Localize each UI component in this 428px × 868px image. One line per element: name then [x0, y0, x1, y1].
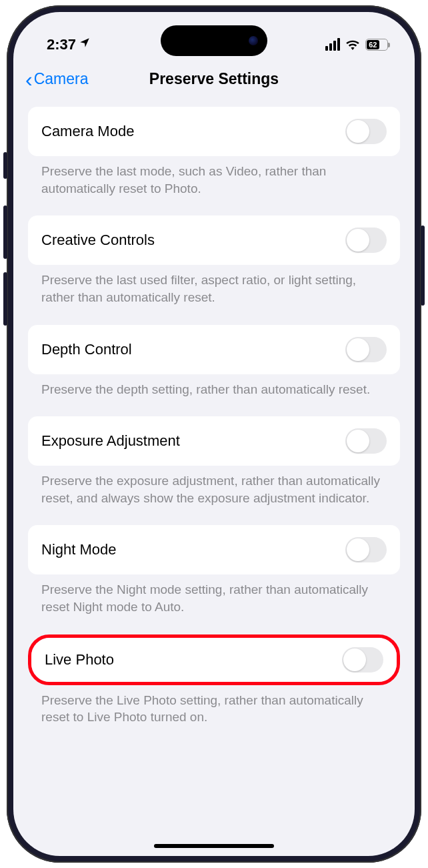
- home-indicator[interactable]: [154, 844, 274, 848]
- back-button[interactable]: ‹ Camera: [25, 70, 88, 88]
- status-left: 2:37: [47, 36, 91, 53]
- live-photo-row[interactable]: Live Photo: [31, 638, 397, 682]
- volume-down-button: [3, 272, 7, 326]
- highlight-annotation: Live Photo: [28, 634, 400, 685]
- back-label: Camera: [34, 70, 89, 88]
- side-button: [3, 152, 7, 179]
- battery-icon: 62: [365, 39, 388, 51]
- creative-controls-toggle[interactable]: [345, 228, 387, 253]
- screen: 2:37 62 ‹ Camera: [13, 12, 415, 856]
- row-label: Creative Controls: [41, 232, 155, 249]
- cellular-icon: [325, 38, 340, 51]
- dynamic-island: [161, 25, 267, 56]
- night-mode-row[interactable]: Night Mode: [28, 525, 400, 574]
- row-description: Preserve the exposure adjustment, rather…: [28, 466, 400, 525]
- clock: 2:37: [47, 36, 76, 53]
- camera-mode-row[interactable]: Camera Mode: [28, 107, 400, 156]
- volume-up-button: [3, 205, 7, 259]
- row-description: Preserve the last mode, such as Video, r…: [28, 156, 400, 215]
- row-label: Camera Mode: [41, 123, 134, 140]
- row-description: Preserve the Night mode setting, rather …: [28, 574, 400, 634]
- location-icon: [79, 37, 91, 52]
- settings-list: Camera Mode Preserve the last mode, such…: [13, 100, 415, 745]
- row-label: Night Mode: [41, 541, 117, 558]
- row-label: Exposure Adjustment: [41, 432, 180, 450]
- wifi-icon: [345, 39, 360, 50]
- battery-level: 62: [367, 40, 379, 49]
- row-label: Depth Control: [41, 341, 132, 358]
- creative-controls-row[interactable]: Creative Controls: [28, 215, 400, 265]
- live-photo-toggle[interactable]: [342, 647, 383, 673]
- row-description: Preserve the last used filter, aspect ra…: [28, 265, 400, 324]
- row-description: Preserve the depth setting, rather than …: [28, 374, 400, 417]
- power-button: [421, 226, 425, 306]
- camera-dot-icon: [249, 36, 258, 45]
- depth-control-row[interactable]: Depth Control: [28, 325, 400, 374]
- phone-frame: 2:37 62 ‹ Camera: [7, 5, 421, 863]
- night-mode-toggle[interactable]: [345, 537, 387, 562]
- exposure-adjustment-row[interactable]: Exposure Adjustment: [28, 416, 400, 466]
- status-right: 62: [325, 38, 388, 51]
- depth-control-toggle[interactable]: [345, 337, 387, 362]
- navigation-bar: ‹ Camera Preserve Settings: [13, 62, 415, 100]
- row-description: Preserve the Live Photo setting, rather …: [28, 685, 400, 745]
- row-label: Live Photo: [45, 651, 114, 669]
- exposure-adjustment-toggle[interactable]: [345, 428, 387, 454]
- camera-mode-toggle[interactable]: [345, 119, 387, 144]
- chevron-left-icon: ‹: [25, 74, 33, 85]
